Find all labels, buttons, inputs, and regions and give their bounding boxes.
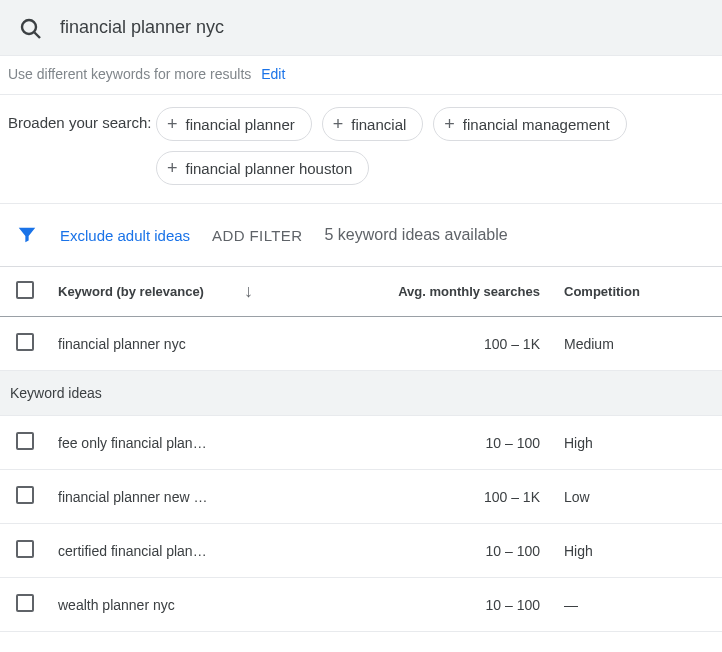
cell-keyword: certified financial plan… bbox=[46, 524, 282, 578]
exclude-adult-ideas-link[interactable]: Exclude adult ideas bbox=[60, 227, 190, 244]
plus-icon: + bbox=[333, 114, 344, 135]
cell-searches: 10 – 100 bbox=[282, 578, 552, 632]
section-label: Keyword ideas bbox=[0, 371, 722, 416]
row-checkbox[interactable] bbox=[16, 486, 34, 504]
section-header-keyword-ideas: Keyword ideas bbox=[0, 371, 722, 416]
col-keyword[interactable]: Keyword (by relevance) ↓ bbox=[46, 267, 282, 317]
chip-label: financial planner houston bbox=[186, 160, 353, 177]
search-bar: financial planner nyc bbox=[0, 0, 722, 56]
row-checkbox[interactable] bbox=[16, 594, 34, 612]
funnel-icon[interactable] bbox=[16, 224, 38, 246]
table-row: wealth planner nyc 10 – 100 — bbox=[0, 578, 722, 632]
table-row: certified financial plan… 10 – 100 High bbox=[0, 524, 722, 578]
keyword-table: Keyword (by relevance) ↓ Avg. monthly se… bbox=[0, 266, 722, 632]
col-searches-label: Avg. monthly searches bbox=[398, 284, 540, 299]
col-searches[interactable]: Avg. monthly searches bbox=[282, 267, 552, 317]
table-row: financial planner new … 100 – 1K Low bbox=[0, 470, 722, 524]
cell-searches: 100 – 1K bbox=[282, 470, 552, 524]
search-input-value[interactable]: financial planner nyc bbox=[60, 17, 224, 38]
broaden-label: Broaden your search: bbox=[8, 107, 156, 133]
col-keyword-label: Keyword (by relevance) bbox=[58, 284, 204, 299]
col-competition[interactable]: Competition bbox=[552, 267, 722, 317]
broaden-section: Broaden your search: +financial planner … bbox=[0, 94, 722, 204]
chip-label: financial planner bbox=[186, 116, 295, 133]
cell-competition: — bbox=[552, 578, 722, 632]
broaden-chips: +financial planner +financial +financial… bbox=[156, 107, 714, 185]
hint-text: Use different keywords for more results bbox=[8, 66, 251, 82]
row-checkbox[interactable] bbox=[16, 432, 34, 450]
chip-label: financial bbox=[351, 116, 406, 133]
add-filter-button[interactable]: ADD FILTER bbox=[212, 227, 302, 244]
cell-searches: 100 – 1K bbox=[282, 317, 552, 371]
sort-arrow-down-icon: ↓ bbox=[244, 281, 253, 302]
svg-line-1 bbox=[35, 32, 41, 38]
cell-keyword: wealth planner nyc bbox=[46, 578, 282, 632]
cell-searches: 10 – 100 bbox=[282, 416, 552, 470]
chip-label: financial management bbox=[463, 116, 610, 133]
cell-keyword: financial planner new … bbox=[46, 470, 282, 524]
cell-keyword: financial planner nyc bbox=[46, 317, 282, 371]
search-icon bbox=[18, 16, 42, 40]
edit-link[interactable]: Edit bbox=[261, 66, 285, 82]
row-checkbox[interactable] bbox=[16, 333, 34, 351]
plus-icon: + bbox=[167, 158, 178, 179]
svg-point-0 bbox=[22, 20, 36, 34]
chip-financial-planner[interactable]: +financial planner bbox=[156, 107, 312, 141]
row-checkbox[interactable] bbox=[16, 540, 34, 558]
cell-competition: Medium bbox=[552, 317, 722, 371]
ideas-count: 5 keyword ideas available bbox=[325, 226, 508, 244]
chip-financial[interactable]: +financial bbox=[322, 107, 424, 141]
chip-financial-planner-houston[interactable]: +financial planner houston bbox=[156, 151, 369, 185]
filter-row: Exclude adult ideas ADD FILTER 5 keyword… bbox=[0, 204, 722, 266]
table-row-primary: financial planner nyc 100 – 1K Medium bbox=[0, 317, 722, 371]
cell-competition: High bbox=[552, 524, 722, 578]
chip-financial-management[interactable]: +financial management bbox=[433, 107, 626, 141]
col-competition-label: Competition bbox=[564, 284, 640, 299]
cell-keyword: fee only financial plan… bbox=[46, 416, 282, 470]
plus-icon: + bbox=[444, 114, 455, 135]
cell-competition: High bbox=[552, 416, 722, 470]
table-row: fee only financial plan… 10 – 100 High bbox=[0, 416, 722, 470]
cell-competition: Low bbox=[552, 470, 722, 524]
select-all-checkbox[interactable] bbox=[16, 281, 34, 299]
plus-icon: + bbox=[167, 114, 178, 135]
cell-searches: 10 – 100 bbox=[282, 524, 552, 578]
hint-row: Use different keywords for more results … bbox=[0, 56, 722, 94]
